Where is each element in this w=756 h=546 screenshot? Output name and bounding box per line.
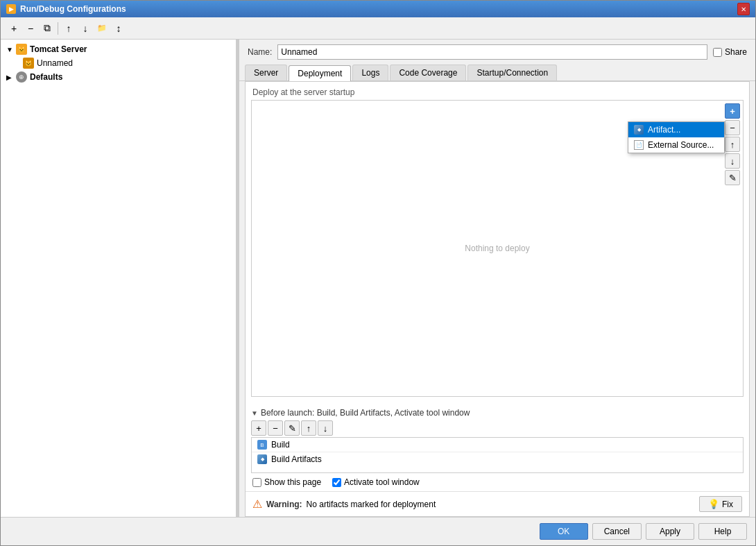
fix-button[interactable]: 💡 Fix: [699, 496, 742, 512]
move-down-button[interactable]: ↓: [78, 21, 93, 36]
name-input[interactable]: [277, 44, 707, 60]
move-up-button[interactable]: ↑: [61, 21, 76, 36]
deploy-toolbar: + − ↑ ↓ ✎: [725, 103, 740, 185]
show-page-label: Show this page: [264, 477, 321, 487]
cancel-button[interactable]: Cancel: [592, 523, 642, 540]
title-bar: ▶ Run/Debug Configurations ✕: [1, 1, 755, 17]
tomcat-server-label: Tomcat Server: [30, 44, 87, 54]
toolbar-separator-1: [58, 22, 58, 35]
deploy-label: Deploy at the server startup: [246, 82, 749, 100]
build-icon: B: [257, 440, 267, 450]
external-source-icon: 📄: [634, 140, 644, 150]
name-label: Name:: [248, 47, 272, 57]
right-panel: Name: Share Server Deployment Logs Code …: [239, 40, 755, 517]
deploy-down-button[interactable]: ↓: [725, 153, 740, 169]
deploy-area: Nothing to deploy + − ↑ ↓ ✎ ◆ Artifact..…: [251, 100, 744, 397]
artifact-option[interactable]: ◆ Artifact...: [628, 122, 724, 137]
before-launch-up[interactable]: ↑: [301, 420, 316, 436]
before-launch-header: ▼ Before launch: Build, Build Artifacts,…: [251, 405, 744, 419]
add-config-button[interactable]: +: [6, 21, 22, 36]
dialog-icon: ▶: [6, 4, 16, 14]
left-panel: ▼ 🐱 Tomcat Server 🐱 Unnamed ▶ ⊕ Defaults: [1, 40, 237, 517]
share-checkbox-group: Share: [713, 47, 747, 57]
unnamed-icon: 🐱: [23, 58, 34, 69]
share-checkbox[interactable]: [713, 48, 722, 57]
defaults-label: Defaults: [30, 72, 62, 82]
copy-config-button[interactable]: ⧉: [40, 21, 55, 36]
tabs-bar: Server Deployment Logs Code Coverage Sta…: [239, 65, 755, 81]
launch-item-artifacts: ◆ Build Artifacts: [252, 452, 743, 466]
tab-code-coverage[interactable]: Code Coverage: [390, 65, 466, 80]
deploy-add-button[interactable]: +: [725, 103, 740, 119]
main-toolbar: + − ⧉ ↑ ↓ 📁 ↕: [1, 17, 755, 40]
build-artifacts-label: Build Artifacts: [271, 454, 322, 464]
dialog-buttons: OK Cancel Apply Help: [1, 517, 755, 545]
share-label: Share: [725, 47, 747, 57]
tab-logs[interactable]: Logs: [352, 65, 388, 80]
nothing-to-deploy: Nothing to deploy: [465, 244, 529, 253]
name-row: Name: Share: [239, 40, 755, 65]
deploy-remove-button[interactable]: −: [725, 120, 740, 135]
fix-icon: 💡: [708, 499, 719, 509]
config-tree: ▼ 🐱 Tomcat Server 🐱 Unnamed ▶ ⊕ Defaults: [1, 40, 236, 517]
before-launch-remove[interactable]: −: [268, 420, 283, 436]
build-artifacts-icon: ◆: [257, 454, 267, 464]
tree-item-unnamed[interactable]: 🐱 Unnamed: [3, 56, 233, 70]
tab-deployment[interactable]: Deployment: [289, 65, 351, 81]
close-button[interactable]: ✕: [737, 3, 750, 15]
before-launch-toolbar: + − ✎ ↑ ↓: [251, 419, 744, 437]
dialog-title: Run/Debug Configurations: [20, 4, 126, 14]
artifact-dropdown: ◆ Artifact... 📄 External Source...: [628, 121, 725, 153]
before-launch-add[interactable]: +: [251, 420, 266, 436]
activate-tool-window-checkbox[interactable]: [332, 478, 341, 487]
before-launch-down[interactable]: ↓: [318, 420, 333, 436]
build-label: Build: [271, 440, 290, 450]
artifact-label: Artifact...: [648, 125, 680, 135]
before-launch-list: B Build ◆ Build Artifacts: [251, 437, 744, 473]
tree-item-tomcat-server[interactable]: ▼ 🐱 Tomcat Server: [3, 42, 233, 56]
deploy-up-button[interactable]: ↑: [725, 137, 740, 152]
warning-detail: No artifacts marked for deployment: [307, 500, 436, 509]
deploy-edit-button[interactable]: ✎: [725, 170, 740, 185]
before-launch-text: Before launch: Build, Build Artifacts, A…: [261, 408, 470, 418]
tab-server[interactable]: Server: [245, 65, 287, 80]
help-button[interactable]: Help: [698, 523, 747, 540]
expand-arrow: ▼: [6, 46, 13, 53]
bottom-options: Show this page Activate tool window: [246, 473, 749, 491]
sort-button[interactable]: ↕: [111, 21, 126, 36]
fix-label: Fix: [722, 500, 733, 509]
tomcat-server-icon: 🐱: [16, 44, 27, 55]
ok-button[interactable]: OK: [540, 523, 588, 540]
warning-bold: Warning:: [266, 500, 302, 509]
external-source-label: External Source...: [648, 140, 714, 150]
tree-item-defaults[interactable]: ▶ ⊕ Defaults: [3, 70, 233, 84]
show-this-page-group: Show this page: [252, 477, 321, 487]
apply-button[interactable]: Apply: [646, 523, 694, 540]
unnamed-label: Unnamed: [37, 58, 73, 68]
artifact-icon: ◆: [634, 125, 644, 135]
warning-bar: ⚠ Warning: No artifacts marked for deplo…: [246, 491, 749, 516]
main-content: ▼ 🐱 Tomcat Server 🐱 Unnamed ▶ ⊕ Defaults: [1, 40, 755, 517]
run-debug-dialog: ▶ Run/Debug Configurations ✕ + − ⧉ ↑ ↓ 📁…: [0, 0, 756, 546]
launch-item-build: B Build: [252, 438, 743, 452]
external-source-option[interactable]: 📄 External Source...: [628, 137, 724, 153]
before-launch-section: ▼ Before launch: Build, Build Artifacts,…: [251, 405, 744, 473]
activate-tool-window-label: Activate tool window: [344, 477, 420, 487]
remove-config-button[interactable]: −: [23, 21, 38, 36]
defaults-arrow: ▶: [6, 74, 13, 81]
tab-startup-connection[interactable]: Startup/Connection: [467, 65, 557, 80]
warning-icon: ⚠: [252, 497, 262, 511]
tab-content-deployment: Deploy at the server startup Nothing to …: [245, 81, 750, 517]
activate-tool-window-group: Activate tool window: [332, 477, 420, 487]
before-launch-edit[interactable]: ✎: [284, 420, 300, 436]
show-page-checkbox[interactable]: [252, 478, 261, 487]
defaults-icon: ⊕: [16, 71, 27, 83]
new-folder-button[interactable]: 📁: [94, 21, 110, 36]
